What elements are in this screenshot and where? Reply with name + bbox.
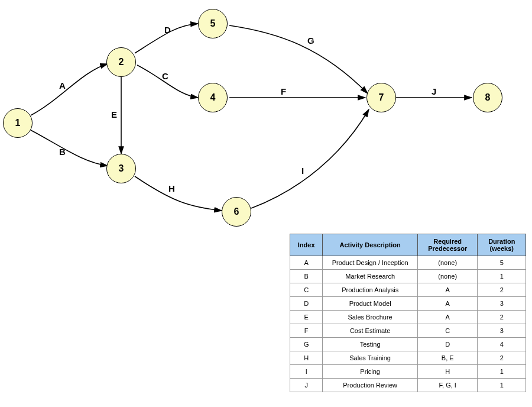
cell-desc: Product Design / Inception bbox=[323, 256, 418, 270]
edge-C bbox=[137, 65, 198, 98]
table-row: D Product Model A 3 bbox=[290, 297, 526, 311]
cell-index: E bbox=[290, 311, 323, 324]
th-duration: Duration (weeks) bbox=[478, 234, 526, 256]
th-index: Index bbox=[290, 234, 323, 256]
edge-G bbox=[229, 25, 368, 93]
cell-dur: 2 bbox=[478, 283, 526, 297]
node-label: 5 bbox=[210, 18, 216, 29]
cell-desc: Market Research bbox=[323, 270, 418, 283]
table-row: B Market Research (none) 1 bbox=[290, 270, 526, 283]
table-row: G Testing D 4 bbox=[290, 338, 526, 351]
node-label: 2 bbox=[119, 57, 124, 67]
edge-label-J: J bbox=[432, 86, 436, 96]
node-6: 6 bbox=[222, 197, 251, 227]
node-3: 3 bbox=[106, 154, 136, 183]
cell-index: F bbox=[290, 324, 323, 338]
edge-label-F: F bbox=[281, 86, 286, 96]
node-label: 1 bbox=[15, 118, 21, 128]
edge-label-H: H bbox=[168, 183, 175, 193]
cell-index: C bbox=[290, 283, 323, 297]
cell-pred: A bbox=[417, 283, 478, 297]
edge-H bbox=[135, 176, 222, 211]
cell-desc: Testing bbox=[323, 338, 418, 351]
node-1: 1 bbox=[3, 108, 33, 138]
table-row: I Pricing H 1 bbox=[290, 365, 526, 379]
edge-label-A: A bbox=[59, 80, 66, 91]
edge-label-I: I bbox=[301, 166, 304, 176]
edge-I bbox=[251, 109, 369, 208]
node-4: 4 bbox=[198, 83, 228, 112]
edge-B bbox=[31, 130, 108, 166]
node-7: 7 bbox=[366, 83, 396, 112]
table-row: F Cost Estimate C 3 bbox=[290, 324, 526, 338]
activity-table: Index Activity Description Required Pred… bbox=[290, 234, 526, 392]
cell-desc: Production Review bbox=[323, 379, 418, 392]
cell-pred: H bbox=[417, 365, 478, 379]
cell-pred: A bbox=[417, 311, 478, 324]
cell-index: B bbox=[290, 270, 323, 283]
cell-dur: 5 bbox=[478, 256, 526, 270]
cell-pred: A bbox=[417, 297, 478, 311]
node-8: 8 bbox=[473, 83, 502, 112]
cell-dur: 3 bbox=[478, 324, 526, 338]
node-5: 5 bbox=[198, 9, 228, 38]
node-label: 6 bbox=[234, 206, 239, 217]
cell-desc: Sales Training bbox=[323, 351, 418, 365]
cell-pred: (none) bbox=[417, 270, 478, 283]
cell-index: H bbox=[290, 351, 323, 365]
cell-index: A bbox=[290, 256, 323, 270]
table-row: C Production Analysis A 2 bbox=[290, 283, 526, 297]
edge-A bbox=[31, 64, 108, 115]
table-row: E Sales Brochure A 2 bbox=[290, 311, 526, 324]
cell-index: D bbox=[290, 297, 323, 311]
node-label: 3 bbox=[119, 163, 124, 174]
cell-dur: 1 bbox=[478, 270, 526, 283]
cell-dur: 2 bbox=[478, 311, 526, 324]
cell-pred: B, E bbox=[417, 351, 478, 365]
cell-index: J bbox=[290, 379, 323, 392]
cell-dur: 4 bbox=[478, 338, 526, 351]
cell-desc: Product Model bbox=[323, 297, 418, 311]
cell-desc: Pricing bbox=[323, 365, 418, 379]
cell-dur: 2 bbox=[478, 351, 526, 365]
cell-index: I bbox=[290, 365, 323, 379]
table-row: H Sales Training B, E 2 bbox=[290, 351, 526, 365]
cell-pred: C bbox=[417, 324, 478, 338]
cell-dur: 3 bbox=[478, 297, 526, 311]
cell-desc: Sales Brochure bbox=[323, 311, 418, 324]
cell-dur: 1 bbox=[478, 365, 526, 379]
node-label: 8 bbox=[485, 92, 491, 103]
cell-desc: Cost Estimate bbox=[323, 324, 418, 338]
cell-dur: 1 bbox=[478, 379, 526, 392]
table-row: A Product Design / Inception (none) 5 bbox=[290, 256, 526, 270]
node-label: 4 bbox=[210, 92, 216, 103]
edge-label-C: C bbox=[162, 71, 168, 81]
table-body: A Product Design / Inception (none) 5 B … bbox=[290, 256, 526, 392]
cell-desc: Production Analysis bbox=[323, 283, 418, 297]
edge-label-D: D bbox=[164, 25, 171, 35]
edge-label-E: E bbox=[111, 109, 117, 119]
cell-pred: D bbox=[417, 338, 478, 351]
table-header-row: Index Activity Description Required Pred… bbox=[290, 234, 526, 256]
edge-label-G: G bbox=[307, 35, 314, 46]
th-pred: Required Predecessor bbox=[417, 234, 478, 256]
cell-pred: (none) bbox=[417, 256, 478, 270]
cell-pred: F, G, I bbox=[417, 379, 478, 392]
node-label: 7 bbox=[379, 92, 384, 103]
diagram-canvas: 1 2 3 4 5 6 7 8 A B C D E F G H I J Inde… bbox=[0, 0, 532, 407]
node-2: 2 bbox=[106, 47, 136, 77]
edge-label-B: B bbox=[59, 147, 66, 157]
table-row: J Production Review F, G, I 1 bbox=[290, 379, 526, 392]
th-desc: Activity Description bbox=[323, 234, 418, 256]
cell-index: G bbox=[290, 338, 323, 351]
